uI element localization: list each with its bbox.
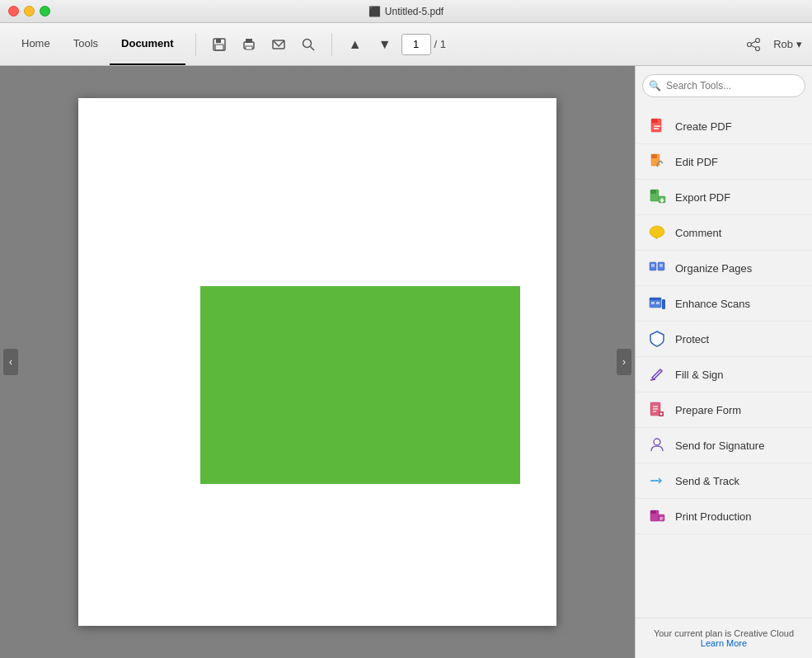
svg-rect-39	[662, 299, 665, 309]
tool-item-enhance-scans[interactable]: Enhance Scans	[636, 286, 812, 322]
tool-label-prepare-form: Prepare Form	[675, 404, 741, 416]
title-bar: ⬛ Untitled-5.pdf	[0, 0, 812, 23]
magnifier-icon	[301, 37, 316, 52]
print-button[interactable]	[236, 31, 262, 58]
enhance-scans-icon	[647, 294, 667, 313]
tool-item-edit-pdf[interactable]: Edit PDF	[636, 144, 812, 180]
pdf-page	[78, 98, 556, 626]
svg-rect-1	[216, 39, 221, 43]
green-rectangle	[200, 286, 520, 484]
save-button[interactable]	[206, 31, 232, 58]
svg-line-13	[751, 45, 755, 48]
toolbar-divider-2	[331, 33, 332, 56]
share-button[interactable]	[740, 31, 767, 58]
tool-label-send-for-signature: Send for Signature	[675, 439, 764, 452]
tool-label-send-track: Send & Track	[675, 475, 739, 487]
tool-label-fill-sign: Fill & Sign	[675, 369, 724, 381]
svg-point-48	[654, 439, 660, 445]
tab-tools[interactable]: Tools	[62, 23, 110, 65]
pdf-icon: ⬛	[368, 6, 381, 17]
svg-point-50	[652, 480, 654, 482]
tool-item-send-for-signature[interactable]: Send for Signature	[636, 428, 812, 463]
tool-label-export-pdf: Export PDF	[675, 191, 730, 204]
tool-item-organize-pages[interactable]: Organize Pages	[636, 251, 812, 286]
svg-point-11	[756, 46, 760, 50]
send-track-icon	[647, 471, 667, 491]
tool-item-protect[interactable]: Protect	[636, 322, 812, 357]
tool-label-comment: Comment	[675, 227, 721, 239]
svg-rect-4	[246, 39, 252, 43]
export-pdf-icon	[647, 187, 667, 207]
nav-tabs: Home Tools Document	[10, 23, 185, 65]
svg-rect-19	[651, 154, 657, 158]
user-name: Rob	[773, 38, 793, 50]
tool-item-create-pdf[interactable]: Create PDF	[636, 109, 812, 144]
edit-pdf-icon	[647, 152, 667, 172]
page-nav-right-button[interactable]: ›	[617, 349, 631, 375]
learn-more-link[interactable]: Learn More	[701, 638, 747, 648]
svg-marker-28	[654, 237, 657, 239]
svg-line-12	[751, 41, 755, 44]
svg-point-51	[655, 480, 657, 482]
email-icon	[271, 37, 286, 52]
search-box: 🔍	[642, 74, 805, 97]
tool-label-protect: Protect	[675, 333, 709, 345]
comment-icon	[647, 223, 667, 242]
svg-line-8	[310, 46, 314, 50]
organize-pages-icon	[647, 258, 667, 278]
plan-text: Your current plan is Creative Cloud	[647, 628, 800, 638]
maximize-button[interactable]	[40, 6, 50, 16]
tool-item-print-production[interactable]: Print Production	[636, 499, 812, 534]
close-button[interactable]	[8, 6, 19, 16]
right-panel: 🔍 Create PDF	[635, 66, 812, 658]
page-number-input[interactable]	[401, 34, 431, 55]
total-pages: / 1	[434, 38, 446, 50]
svg-rect-2	[215, 45, 223, 50]
page-up-button[interactable]: ▲	[342, 31, 368, 58]
tool-label-create-pdf: Create PDF	[675, 120, 732, 133]
tool-item-prepare-form[interactable]: Prepare Form	[636, 392, 812, 428]
send-for-signature-icon	[647, 435, 667, 455]
panel-footer: Your current plan is Creative Cloud Lear…	[636, 618, 812, 658]
tools-list: Create PDF Edit PDF	[636, 106, 812, 618]
svg-line-20	[660, 161, 663, 163]
minimize-button[interactable]	[24, 6, 35, 16]
main-layout: ‹ › 🔍 Create PDF	[0, 66, 812, 658]
svg-rect-24	[650, 190, 656, 194]
window-title: ⬛ Untitled-5.pdf	[368, 6, 444, 17]
svg-point-7	[303, 39, 311, 47]
tool-label-edit-pdf: Edit PDF	[675, 156, 718, 168]
email-button[interactable]	[265, 31, 292, 58]
user-button[interactable]: Rob ▾	[773, 38, 802, 50]
tab-home[interactable]: Home	[10, 23, 62, 65]
search-button[interactable]	[295, 31, 322, 58]
prepare-form-icon	[647, 400, 667, 420]
title-text: Untitled-5.pdf	[385, 6, 444, 17]
toolbar: Home Tools Document ▲ ▼ / 1	[0, 23, 812, 66]
share-icon	[746, 37, 761, 52]
window-controls	[8, 6, 50, 16]
page-down-button[interactable]: ▼	[372, 31, 398, 58]
svg-point-10	[748, 42, 752, 46]
toolbar-right: Rob ▾	[740, 31, 802, 58]
tool-label-organize-pages: Organize Pages	[675, 262, 752, 275]
tab-document[interactable]: Document	[110, 23, 185, 65]
floppy-icon	[212, 37, 227, 52]
search-tools-input[interactable]	[642, 74, 805, 97]
create-pdf-icon	[647, 116, 667, 136]
page-nav-left-button[interactable]: ‹	[3, 349, 18, 375]
search-tools-icon: 🔍	[649, 80, 661, 92]
document-area[interactable]: ‹ ›	[0, 66, 635, 658]
protect-icon	[647, 329, 667, 349]
tool-label-enhance-scans: Enhance Scans	[675, 298, 750, 310]
tool-item-fill-sign[interactable]: Fill & Sign	[636, 357, 812, 392]
printer-icon	[242, 37, 256, 52]
svg-rect-5	[246, 46, 252, 49]
svg-rect-37	[651, 302, 655, 304]
page-input-group: / 1	[401, 34, 446, 55]
tool-item-send-track[interactable]: Send & Track	[636, 463, 812, 499]
tool-item-comment[interactable]: Comment	[636, 215, 812, 251]
tool-item-export-pdf[interactable]: Export PDF	[636, 180, 812, 215]
svg-rect-53	[650, 510, 656, 514]
tool-label-print-production: Print Production	[675, 510, 752, 523]
